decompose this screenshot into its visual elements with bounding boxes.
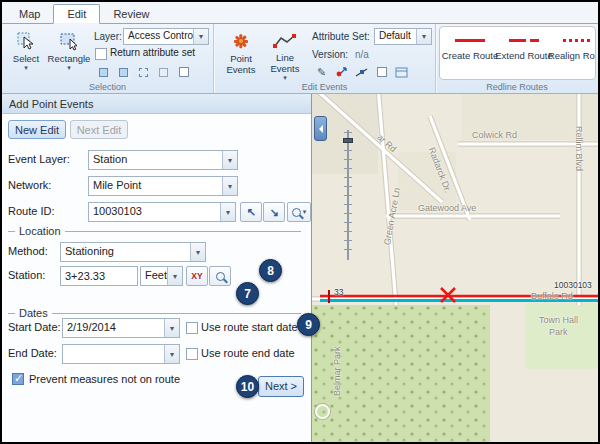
network-label: Network: xyxy=(8,179,51,191)
network-value: Mile Point xyxy=(89,177,222,195)
move-point-icon[interactable] xyxy=(332,64,351,80)
selection-tools-row xyxy=(94,64,193,80)
create-route-icon xyxy=(455,39,485,42)
use-route-start-date-checkbox[interactable] xyxy=(186,322,198,334)
create-route-button[interactable]: Create Route xyxy=(444,30,496,76)
event-layer-value: Station xyxy=(89,151,222,169)
split-event-icon[interactable] xyxy=(352,64,371,80)
new-edit-button[interactable]: New Edit xyxy=(8,120,66,139)
select-button[interactable]: Select ▾ xyxy=(5,26,47,82)
select-label: Select xyxy=(13,53,39,64)
use-selected-route-icon: ↘ xyxy=(269,207,278,218)
select-by-box-icon[interactable] xyxy=(134,64,153,80)
callout-10: 10 xyxy=(236,375,259,398)
dates-group-label: Dates xyxy=(19,307,48,319)
start-date-value: 2/19/2014 xyxy=(63,319,164,337)
end-date-picker[interactable] xyxy=(62,344,180,364)
point-events-button[interactable]: Point Events xyxy=(220,26,262,82)
content-area: Add Point Events New Edit Next Edit Even… xyxy=(2,94,598,442)
edit-tools-row: ✎ xyxy=(312,64,411,80)
panel-title: Add Point Events xyxy=(2,94,311,114)
rectangle-select-icon xyxy=(59,29,79,53)
locate-station-button[interactable] xyxy=(209,266,231,286)
add-to-selection-icon[interactable] xyxy=(114,64,133,80)
use-selected-route-button[interactable]: ↘ xyxy=(263,202,285,222)
xy-coordinates-button[interactable]: XY xyxy=(186,266,208,286)
line-events-caret-icon[interactable]: ▾ xyxy=(283,74,287,81)
prevent-measures-checkbox[interactable] xyxy=(12,373,24,385)
end-date-label: End Date: xyxy=(8,347,57,359)
realign-route-label: Realign Route xyxy=(548,50,596,61)
selection-options-icon[interactable] xyxy=(174,64,193,80)
rectangle-label: Rectangle xyxy=(48,53,91,64)
callout-7: 7 xyxy=(236,282,259,305)
next-edit-button[interactable]: Next Edit xyxy=(70,120,128,139)
start-date-label: Start Date: xyxy=(8,321,61,333)
line-events-button[interactable]: Line Events ▾ xyxy=(264,26,306,82)
ribbon-tabbar: Map Edit Review xyxy=(2,2,598,24)
tab-map[interactable]: Map xyxy=(6,5,53,23)
extend-route-button[interactable]: Extend Route xyxy=(498,30,550,76)
units-dropdown[interactable]: Feet xyxy=(140,266,183,286)
prevent-measures-label: Prevent measures not on route xyxy=(29,373,180,385)
map-label: Park xyxy=(549,327,568,337)
attribute-set-dropdown[interactable]: Default xyxy=(374,28,432,45)
use-route-end-date-checkbox[interactable] xyxy=(186,348,198,360)
layer-dropdown[interactable]: Access Control xyxy=(123,28,209,45)
rectangle-button[interactable]: Rectangle ▾ xyxy=(48,26,90,82)
select-route-on-map-icon: ↖ xyxy=(246,207,255,218)
dropdown-arrow-icon[interactable] xyxy=(190,243,205,261)
map-view[interactable]: ar RdColwick RdRellim BlvdRadarck Dr.Gre… xyxy=(312,94,598,442)
attribute-set-value: Default xyxy=(375,29,416,44)
calendar-arrow-icon[interactable] xyxy=(164,345,179,363)
dropdown-arrow-icon[interactable] xyxy=(193,29,208,44)
rectangle-dropdown-caret-icon[interactable]: ▾ xyxy=(67,64,71,71)
event-layer-label: Event Layer: xyxy=(8,153,70,165)
dropdown-arrow-icon[interactable] xyxy=(222,151,237,169)
select-cursor-icon xyxy=(16,29,36,53)
zoom-slider[interactable] xyxy=(343,130,353,260)
network-dropdown[interactable]: Mile Point xyxy=(88,176,238,196)
route-id-combo[interactable]: 10030103 xyxy=(88,202,236,222)
layer-value: Access Control xyxy=(124,29,193,44)
callout-8: 8 xyxy=(259,259,282,282)
clear-selection-icon[interactable] xyxy=(154,64,173,80)
attribute-table-icon[interactable] xyxy=(372,64,391,80)
map-label: 33 xyxy=(334,287,343,297)
units-value: Feet xyxy=(141,267,167,285)
zoom-slider-handle[interactable] xyxy=(343,138,353,143)
layer-label: Layer: xyxy=(94,31,122,42)
dropdown-arrow-icon[interactable] xyxy=(416,29,431,44)
edit-pencil-icon[interactable]: ✎ xyxy=(312,64,331,80)
next-button[interactable]: Next > xyxy=(258,376,304,397)
calendar-arrow-icon[interactable] xyxy=(164,319,179,337)
dropdown-arrow-icon[interactable] xyxy=(167,267,182,285)
route-locator-menu-button[interactable] xyxy=(287,202,311,222)
map-label: Belmar Park xyxy=(332,346,342,396)
map-marker-circle xyxy=(315,404,330,419)
extend-route-icon xyxy=(509,39,539,42)
method-label: Method: xyxy=(8,245,48,257)
redline-group-title: Redline Routes xyxy=(436,82,598,92)
start-date-picker[interactable]: 2/19/2014 xyxy=(62,318,180,338)
map-label: Rellim Blvd xyxy=(574,126,584,171)
tab-review[interactable]: Review xyxy=(100,5,162,23)
map-canvas[interactable] xyxy=(312,94,598,442)
return-attribute-set-checkbox[interactable] xyxy=(95,48,107,60)
ribbon: Select ▾ Rectangle ▾ Layer: Access Contr… xyxy=(2,24,598,94)
dropdown-arrow-icon[interactable] xyxy=(220,203,235,221)
station-input[interactable] xyxy=(60,266,138,286)
select-dropdown-caret-icon[interactable]: ▾ xyxy=(24,64,28,71)
location-group-label: Location xyxy=(19,225,61,237)
panel-collapse-arrow-button[interactable] xyxy=(314,116,327,141)
new-selection-icon[interactable] xyxy=(94,64,113,80)
event-layer-dropdown[interactable]: Station xyxy=(88,150,238,170)
method-dropdown[interactable]: Stationing xyxy=(60,242,206,262)
select-route-on-map-button[interactable]: ↖ xyxy=(240,202,262,222)
extend-route-label: Extend Route xyxy=(495,50,553,61)
realign-route-button[interactable]: Realign Route xyxy=(552,30,596,76)
tab-edit[interactable]: Edit xyxy=(53,4,100,24)
event-editor-window: Map Edit Review Select ▾ Rectangle ▾ Lay… xyxy=(0,0,600,444)
sync-events-icon[interactable] xyxy=(392,64,411,80)
dropdown-arrow-icon[interactable] xyxy=(222,177,237,195)
